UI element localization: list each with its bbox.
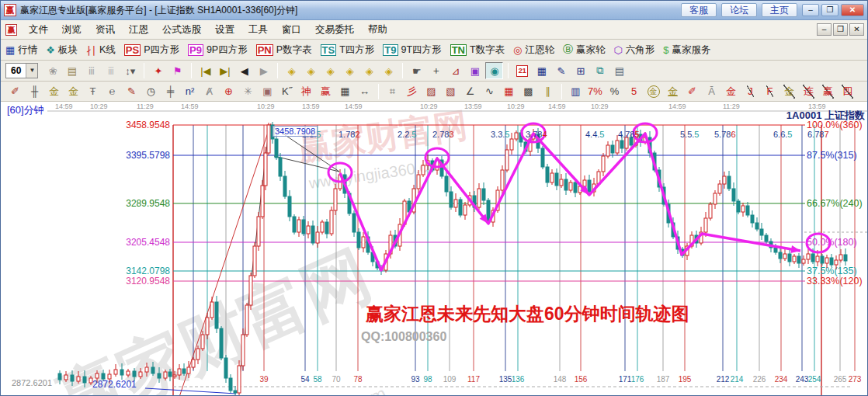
menu-item-交易委托[interactable]: 交易委托 (308, 21, 361, 39)
percent-7-button[interactable]: 7% (586, 83, 604, 100)
target-circle-button[interactable]: ⊕ (220, 83, 238, 100)
diamond-right-button[interactable]: ◈ (302, 62, 320, 79)
customer-service-button[interactable]: 客服 (681, 3, 717, 17)
line-divisions-button[interactable]: ╪ (161, 83, 179, 100)
nav-last-button[interactable]: ▶| (216, 62, 234, 79)
kline-9-button[interactable]: ⅲ (102, 62, 120, 79)
si-angle-button[interactable]: 四 (838, 83, 856, 100)
gann-wheel-button[interactable]: ◎江恩轮 (513, 43, 554, 57)
nav-first-button[interactable]: |◀ (196, 62, 214, 79)
boxed-star-button[interactable]: ▣ (259, 83, 276, 100)
grid-123-button[interactable]: ▦ (336, 83, 354, 100)
gold-line-button[interactable]: 金 (664, 83, 682, 100)
period-select[interactable]: 60▼ (5, 63, 38, 78)
minimize-button[interactable]: – (802, 4, 819, 16)
sectors-button[interactable]: ❖板块 (46, 43, 78, 57)
angle-measure-button[interactable]: ⊿ (446, 62, 464, 79)
diamond-hjoin-button[interactable]: ◈ (341, 62, 359, 79)
p-number-button[interactable]: PNP数字表 (256, 43, 312, 57)
menu-item-浏览[interactable]: 浏览 (55, 21, 89, 39)
gann-grid-button[interactable]: ╫ (26, 83, 43, 100)
zigzag-tool-button[interactable]: ∿ (481, 83, 498, 100)
trend-flag-button[interactable]: ⚑ (168, 62, 186, 79)
report-doc-button[interactable]: ▤ (63, 62, 81, 79)
winner-wheel-button[interactable]: Ⓑ赢家轮 (563, 43, 606, 57)
menu-item-窗口[interactable]: 窗口 (275, 21, 308, 39)
gold-angle-button[interactable]: 金 (780, 83, 798, 100)
f-square-button[interactable]: Ŧ (84, 83, 102, 100)
t-number-button[interactable]: TNT数字表 (450, 43, 505, 57)
kline-3-button[interactable]: ⅲ (82, 62, 100, 79)
gann-box-tool-button[interactable]: ▣ (466, 62, 484, 79)
forum-button[interactable]: 论坛 (721, 3, 757, 17)
t-square-button[interactable]: TST四方形 (321, 43, 375, 57)
box-fan-button[interactable]: ▨ (422, 83, 440, 100)
lian-angle-button[interactable]: 连 (800, 83, 818, 100)
text-label-button[interactable]: Ⱥ (200, 83, 218, 100)
angle-lines-button[interactable]: ∠ (461, 83, 479, 100)
print-button[interactable]: ▤ (610, 62, 628, 79)
draw-pen-button[interactable]: ✎ (123, 83, 141, 100)
diamond-cross-button[interactable]: ◈ (360, 62, 378, 79)
memo-button[interactable]: ✎ (552, 62, 570, 79)
menu-item-设置[interactable]: 设置 (208, 21, 241, 39)
diamond-left-button[interactable]: ◈ (283, 62, 300, 79)
p9-square-button[interactable]: P99P四方形 (188, 43, 248, 57)
draw-brush-button[interactable]: ✐ (6, 83, 24, 100)
diamond-hsplit-button[interactable]: ◈ (321, 62, 339, 79)
menu-item-公式选股[interactable]: 公式选股 (155, 21, 208, 39)
title-bar[interactable]: 赢 赢家江恩专业版[赢家服务平台] - [上证指数 SH1A0001-336[6… (1, 1, 867, 20)
p-square-button[interactable]: PSP四方形 (124, 43, 179, 57)
n-square-button[interactable]: n² (181, 83, 199, 100)
winner-service-button[interactable]: $赢家服务 (663, 43, 710, 57)
menu-item-资讯[interactable]: 资讯 (89, 21, 122, 39)
five-line-button[interactable]: 5 (625, 83, 643, 100)
restore-button[interactable]: ❐ (821, 4, 838, 16)
j-angle-button[interactable]: J (741, 83, 759, 100)
box-fan-2-button[interactable]: ▧ (442, 83, 460, 100)
candle-type-button[interactable]: ↕▾ (121, 62, 139, 79)
crosshair-button[interactable]: ＋ (427, 62, 445, 79)
menu-item-江恩[interactable]: 江恩 (122, 21, 155, 39)
red-grid-button[interactable]: ▦ (500, 83, 518, 100)
parallel-lines-button[interactable]: ∥ (539, 83, 557, 100)
drag-hand-button[interactable]: ☛ (408, 62, 425, 79)
homepage-button[interactable]: 主页 (762, 3, 797, 17)
percent-button[interactable]: % (606, 83, 623, 100)
width-measure-button[interactable]: ↔ (356, 83, 373, 100)
hexagon-button[interactable]: ⬡六角形 (613, 43, 654, 57)
k-quote-button[interactable]: K˝ (278, 83, 296, 100)
frame-tool-button[interactable]: ⌗ (384, 83, 401, 100)
close-button[interactable]: ✕ (841, 4, 864, 16)
calendar-button[interactable]: 21 (513, 62, 531, 79)
mdi-restore-button[interactable]: ❐ (833, 23, 848, 36)
mdi-close-button[interactable]: ✕ (849, 23, 864, 36)
red-pen-button[interactable]: ✐ (683, 83, 701, 100)
gold-circle-button[interactable]: 金 (644, 83, 662, 100)
t9-square-button[interactable]: T99T四方形 (383, 43, 441, 57)
quotes-button[interactable]: ▦行情 (5, 43, 37, 57)
nav-prev-button[interactable]: ◀ (235, 62, 253, 79)
fan-lines-button[interactable]: 彡 (403, 83, 421, 100)
a-line-button[interactable]: Ā (703, 83, 720, 100)
calculator-button[interactable]: ▦ (533, 62, 550, 79)
mdi-minimize-button[interactable]: – (817, 23, 832, 36)
nav-next-button[interactable]: ▶ (255, 62, 273, 79)
menu-item-文件[interactable]: 文件 (22, 21, 55, 39)
ying-angle-button[interactable]: 赢 (819, 83, 837, 100)
time-clock-button[interactable]: ◷ (142, 83, 160, 100)
spiral-tool-button[interactable]: ℮ (103, 83, 121, 100)
shen-tool-button[interactable]: 神 (297, 83, 315, 100)
gold-red-button[interactable]: 金 (722, 83, 740, 100)
price-chart[interactable]: 赢家财富网www.yingjia360.com赢家财富网www.yingjia3… (1, 102, 868, 396)
gold-square-2-button[interactable]: 金 (64, 83, 82, 100)
save-button[interactable]: ⊞ (571, 62, 589, 79)
ying-tool-button[interactable]: 赢 (317, 83, 335, 100)
f-angle-button[interactable]: F (761, 83, 779, 100)
kline-button[interactable]: ∤∣K线 (86, 43, 116, 57)
export-image-button[interactable]: ⧉ (591, 62, 609, 79)
diamond-expand-button[interactable]: ◈ (380, 62, 398, 79)
smart-brain-button[interactable]: ◉ (485, 62, 503, 79)
pattern-tool-button[interactable]: ❀ (43, 62, 61, 79)
star-burst-button[interactable]: ✳ (239, 83, 257, 100)
